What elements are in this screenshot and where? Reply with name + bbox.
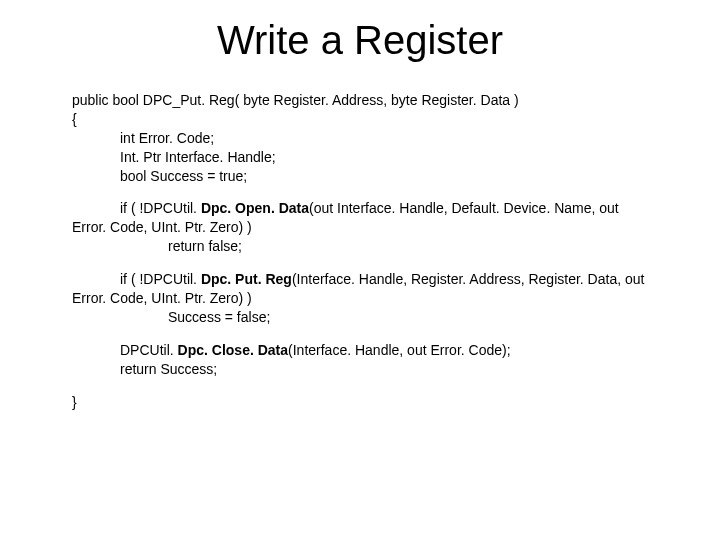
if-open-line1: if ( !DPCUtil. Dpc. Open. Data(out Inter…: [72, 199, 648, 218]
decl-interface-handle: Int. Ptr Interface. Handle;: [72, 148, 648, 167]
close-block: DPCUtil. Dpc. Close. Data(Interface. Han…: [72, 341, 648, 379]
code-body: public bool DPC_Put. Reg( byte Register.…: [0, 91, 720, 411]
if-put-prefix: if ( !DPCUtil.: [120, 271, 201, 287]
dpc-open-data-call: Dpc. Open. Data: [201, 200, 309, 216]
return-success: return Success;: [72, 360, 648, 379]
if-put-assign: Success = false;: [72, 308, 648, 327]
slide: Write a Register public bool DPC_Put. Re…: [0, 0, 720, 540]
if-put-line1: if ( !DPCUtil. Dpc. Put. Reg(Interface. …: [72, 270, 648, 289]
signature-block: public bool DPC_Put. Reg( byte Register.…: [72, 91, 648, 185]
if-put-line2: Error. Code, UInt. Ptr. Zero) ): [72, 289, 648, 308]
if-open-return: return false;: [72, 237, 648, 256]
close-call-line: DPCUtil. Dpc. Close. Data(Interface. Han…: [72, 341, 648, 360]
decl-success: bool Success = true;: [72, 167, 648, 186]
signature-line: public bool DPC_Put. Reg( byte Register.…: [72, 91, 648, 110]
close-prefix: DPCUtil.: [120, 342, 178, 358]
dpc-put-reg-call: Dpc. Put. Reg: [201, 271, 292, 287]
open-brace: {: [72, 110, 648, 129]
dpc-close-data-call: Dpc. Close. Data: [178, 342, 288, 358]
if-open-block: if ( !DPCUtil. Dpc. Open. Data(out Inter…: [72, 199, 648, 256]
decl-error-code: int Error. Code;: [72, 129, 648, 148]
if-open-line2: Error. Code, UInt. Ptr. Zero) ): [72, 218, 648, 237]
if-put-args: (Interface. Handle, Register. Address, R…: [292, 271, 645, 287]
if-open-prefix: if ( !DPCUtil.: [120, 200, 201, 216]
if-open-args: (out Interface. Handle, Default. Device.…: [309, 200, 619, 216]
close-brace: }: [72, 393, 648, 412]
slide-title: Write a Register: [0, 0, 720, 91]
close-args: (Interface. Handle, out Error. Code);: [288, 342, 511, 358]
if-put-block: if ( !DPCUtil. Dpc. Put. Reg(Interface. …: [72, 270, 648, 327]
